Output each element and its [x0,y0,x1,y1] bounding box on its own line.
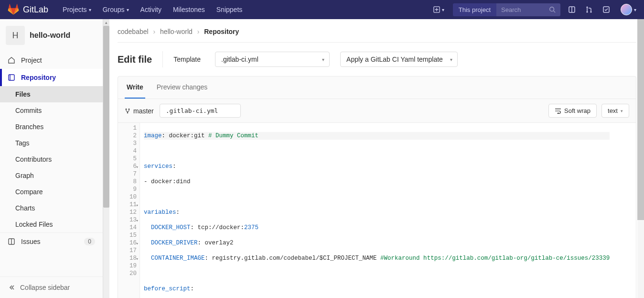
breadcrumb-current: Repository [204,28,239,35]
softwrap-button[interactable]: Soft wrap [548,104,597,118]
chevron-down-icon: ▾ [634,7,636,12]
chevron-down-icon: ▾ [450,57,452,62]
project-name: hello-world [30,31,70,40]
issues-icon [8,238,15,245]
nav-snippets[interactable]: Snippets [211,0,248,19]
issues-count-badge: 0 [84,238,95,245]
scroll-up-arrow[interactable]: ▴ [103,19,109,26]
user-avatar [621,4,632,15]
nav-groups[interactable]: Groups▾ [97,0,135,19]
search-input[interactable] [496,3,544,16]
code-editor[interactable]: 12345 6▾ 78910 11▾ 12 13▾ 1415 16▾ 17 18… [118,123,636,298]
sidebar-sub-tags[interactable]: Tags [0,135,103,151]
apply-template-dropdown[interactable]: Apply a GitLab CI Yaml template ▾ [340,52,458,67]
filename-input[interactable]: .gitlab-ci.yml [160,104,241,118]
chevron-down-icon: ▾ [322,57,324,62]
nav-activity[interactable]: Activity [135,0,167,19]
editor-toolbar: master .gitlab-ci.yml Soft wrap text ▾ [118,99,636,123]
search-box [496,3,560,16]
collapse-label: Collapse sidebar [20,284,70,291]
language-dropdown[interactable]: text ▾ [601,104,629,118]
svg-point-3 [586,6,588,8]
sidebar-sub-files[interactable]: Files [0,86,103,102]
editor-tabs: Write Preview changes [118,77,636,99]
breadcrumb-separator: › [197,28,200,35]
svg-point-4 [586,11,588,12]
search-icon[interactable] [544,6,560,13]
user-menu[interactable]: ▾ [621,4,636,15]
tab-preview[interactable]: Preview changes [155,77,210,99]
sidebar-sub-commits[interactable]: Commits [0,102,103,119]
search-scope-selector[interactable]: This project [453,3,496,16]
sidebar-item-label: Issues [21,238,40,245]
todos-icon[interactable] [601,6,612,13]
main-scrollbar[interactable] [637,19,644,298]
chevron-down-icon: ▾ [442,7,444,12]
nav-items: Projects▾ Groups▾ Activity Milestones Sn… [57,0,248,19]
svg-point-11 [127,112,129,113]
sidebar-sub-contributors[interactable]: Contributors [0,151,103,167]
nav-projects[interactable]: Projects▾ [57,0,97,19]
sidebar-scrollbar[interactable]: ▴ [103,19,109,298]
repository-subitems: Files Commits Branches Tags Contributors… [0,86,103,232]
create-new-button[interactable]: ▾ [430,6,447,13]
line-number-gutter: 12345 6▾ 78910 11▾ 12 13▾ 1415 16▾ 17 18… [118,123,140,298]
chevron-down-icon: ▾ [621,109,623,113]
sidebar-sub-compare[interactable]: Compare [0,184,103,200]
sidebar-item-project[interactable]: Project [0,52,103,69]
breadcrumb: codebabel › hello-world › Repository [118,19,636,43]
branch-icon [125,108,130,114]
gitlab-tanuki-icon [8,4,19,15]
branch-name: master [133,107,154,115]
chevron-down-icon: ▾ [127,7,129,12]
brand-name: GitLab [23,5,48,15]
top-navbar: GitLab Projects▾ Groups▾ Activity Milest… [0,0,644,19]
breadcrumb-link[interactable]: codebabel [118,28,149,35]
svg-point-1 [550,7,554,11]
scroll-thumb[interactable] [103,26,109,208]
softwrap-icon [555,108,561,114]
merge-requests-icon[interactable] [583,6,595,13]
dropdown-value: Apply a GitLab CI Yaml template [346,55,443,63]
main-content: codebabel › hello-world › Repository Edi… [110,19,644,298]
sidebar-item-repository[interactable]: Repository [0,69,103,86]
code-content[interactable]: image: docker:git # Dummy Commit service… [140,123,610,298]
scroll-thumb[interactable] [637,19,644,220]
template-label: Template [162,51,204,67]
sidebar-item-label: Repository [21,74,56,81]
sidebar-sub-locked[interactable]: Locked Files [0,216,103,232]
svg-rect-7 [9,75,14,80]
tab-write[interactable]: Write [125,77,145,99]
template-type-dropdown[interactable]: .gitlab-ci.yml ▾ [215,52,330,67]
sidebar-sub-branches[interactable]: Branches [0,119,103,135]
gitlab-logo[interactable]: GitLab [8,4,48,15]
breadcrumb-separator: › [153,28,156,35]
sidebar-item-issues[interactable]: Issues 0 [0,232,103,250]
left-sidebar: ▴ H hello-world Project Repository Files… [0,19,103,298]
breadcrumb-link[interactable]: hello-world [160,28,193,35]
project-avatar: H [6,26,25,45]
edit-file-bar: Edit file Template .gitlab-ci.yml ▾ Appl… [118,43,636,76]
sidebar-sub-graph[interactable]: Graph [0,167,103,184]
plus-square-icon [433,6,440,13]
nav-milestones[interactable]: Milestones [167,0,211,19]
editor-panel: Write Preview changes master .gitlab-ci.… [118,76,636,298]
home-icon [8,56,15,64]
sidebar-item-label: Project [21,56,42,64]
branch-indicator: master [125,107,154,115]
header-right: ▾ This project ▾ [430,3,636,16]
sidebar-sub-charts[interactable]: Charts [0,200,103,216]
svg-point-5 [590,11,591,12]
svg-point-9 [126,108,127,110]
repository-icon [8,74,15,81]
svg-point-10 [129,108,130,110]
dropdown-value: .gitlab-ci.yml [221,55,258,63]
page-title: Edit file [118,54,152,65]
collapse-icon [8,284,15,291]
issues-shortcut-icon[interactable] [566,6,578,13]
chevron-down-icon: ▾ [89,7,91,12]
collapse-sidebar-button[interactable]: Collapse sidebar [0,276,103,298]
project-header[interactable]: H hello-world [0,19,103,52]
